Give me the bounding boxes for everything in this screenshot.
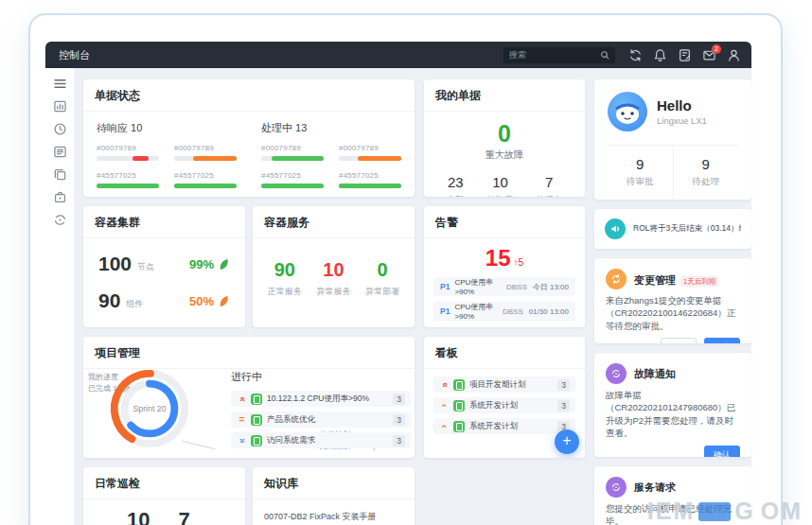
approve-button[interactable]: 同意 (704, 338, 740, 343)
major-fault-label: 重大故障 (424, 149, 585, 162)
add-button[interactable]: + (555, 429, 579, 454)
card-notice[interactable]: ROL将于3天后结束（03.14）结束 (594, 209, 751, 249)
list-title: 进行中 (231, 370, 411, 384)
doc-status-item: #45577025 (97, 171, 159, 188)
copy-icon[interactable] (53, 167, 67, 182)
alert-row[interactable]: P1 CPU使用率>90% DBSS 01/30 13:00 (433, 302, 575, 321)
fault-title: 故障通知 (634, 367, 676, 381)
doc-edit-icon[interactable] (678, 48, 692, 62)
alert-source: DBSS (506, 283, 527, 291)
app-window: 控制台 2 单据状态 待响应 (28, 13, 783, 525)
card-title: 日常巡检 (83, 467, 245, 499)
doc-status-item: #00079789 (339, 144, 401, 161)
alert-row[interactable]: P1 CPU使用率>90% DBSS 今日 13:00 (433, 277, 575, 296)
mail-icon[interactable]: 2 (702, 48, 716, 62)
chart-icon[interactable] (53, 99, 67, 114)
priority-icon (439, 380, 450, 390)
card-title: 容器集群 (83, 206, 245, 238)
confirm-button[interactable]: 确认 (704, 446, 740, 457)
search-box[interactable] (503, 47, 615, 63)
pending-handle-stat[interactable]: 9 待处理 (673, 146, 739, 200)
switch-icon[interactable] (628, 48, 643, 62)
card-title: 知识库 (253, 467, 415, 499)
alert-source: DBSS (503, 307, 523, 316)
task-item[interactable]: 产品系统优化 3 (231, 411, 411, 428)
priority-icon (439, 400, 450, 411)
alarm-icon[interactable] (53, 190, 67, 204)
service-label: 正常服务 (268, 286, 302, 298)
doc-status-group-processing: 处理中 13 #00079789 #00079789 #45577025 #45… (261, 119, 401, 188)
task-doc-icon (251, 414, 262, 426)
service-value: 10 (316, 259, 350, 281)
priority-icon (237, 436, 247, 446)
search-icon[interactable] (600, 50, 609, 60)
inspection-value: 10 (127, 508, 150, 525)
search-input[interactable] (509, 50, 600, 60)
card-title: 项目管理 (83, 337, 415, 369)
task-item[interactable]: 10.122.1.2 CPU使用率>90% 3 (231, 391, 411, 407)
user-icon[interactable] (727, 48, 741, 62)
service-request-title: 服务请求 (634, 481, 676, 495)
in-progress-list: 进行中 10.122.1.2 CPU使用率>90% 3 产品系统优化 3 (231, 370, 411, 453)
card-fault-notice: 故障通知 故障单据（CR202202101247980680）已升级为P2并需要… (594, 353, 751, 457)
doc-status-body: 待响应 10 #00079789 #00079789 #45577025 #45… (83, 112, 415, 188)
inspection-value: 7 (178, 508, 189, 525)
task-text: 产品系统优化 (267, 414, 393, 426)
card-knowledge: 知识库 00707-DB2 FixPack 安装手册 00707-DB2 HAD… (253, 467, 415, 525)
priority-icon (439, 421, 450, 431)
task-doc-icon (453, 421, 465, 432)
alert-level: P1 (440, 306, 450, 316)
announcement-icon (605, 219, 626, 239)
service-stat: 90正常服务 (268, 259, 302, 298)
doc-status-item: #45577025 (261, 171, 324, 188)
group-label: 待响应 10 (97, 121, 237, 135)
doc-status-item: #00079789 (261, 144, 324, 161)
knowledge-item[interactable]: 00707-DB2 FixPack 安装手册 (264, 506, 403, 525)
sync-icon[interactable] (53, 213, 67, 227)
mail-badge: 2 (712, 44, 721, 54)
service-label: 异常服务 (316, 286, 350, 298)
priority-icon (237, 394, 247, 404)
progress-bar (261, 184, 324, 188)
bar-label: #00079789 (261, 144, 324, 152)
service-request-icon (606, 477, 627, 498)
card-kanban: 看板 项目开发期计划 3 系统开发计划 3 (424, 337, 585, 458)
avatar[interactable] (608, 92, 647, 131)
bar-label: #00079789 (339, 144, 401, 152)
task-count: 3 (393, 414, 405, 426)
bell-icon[interactable] (653, 48, 667, 62)
my-docs-stat[interactable]: 7处理中 (537, 174, 562, 197)
clock-icon[interactable] (53, 122, 67, 136)
watermark-text: IEM (647, 498, 695, 525)
my-docs-stat[interactable]: 10待响应 (487, 174, 513, 197)
pending-approval-stat[interactable]: 9 待审批 (608, 146, 673, 200)
task-count: 3 (393, 394, 405, 405)
cluster-label: 节点 (137, 261, 154, 273)
card-alerts: 告警 15 ↑5 P1 CPU使用率>90% DBSS 今日 13:00 P1 … (424, 206, 585, 327)
reject-button[interactable]: 拒绝 (661, 338, 697, 343)
kanban-item[interactable]: 系统开发计划 3 (433, 397, 575, 413)
leaf-icon (217, 293, 231, 307)
fault-icon (606, 363, 627, 384)
menu-icon[interactable] (53, 77, 67, 91)
task-doc-icon (453, 379, 465, 391)
card-title: 看板 (424, 337, 585, 369)
list-icon[interactable] (53, 145, 67, 159)
task-item[interactable]: 访问系统需求 3 (231, 432, 411, 448)
progress-bar (97, 184, 159, 188)
alert-level: P1 (440, 282, 450, 291)
due-tag: 1天后到期 (680, 276, 718, 287)
my-docs-stat[interactable]: 23全部 (447, 174, 464, 197)
greeting-text: Hello Lingxue LX1 (657, 97, 707, 126)
card-change-management: 变更管理1天后到期 来自Zhangs1提交的变更单据（CR20220210014… (594, 258, 751, 343)
progress-bar (97, 156, 159, 161)
watermark-text: OM (761, 498, 803, 525)
task-doc-icon (251, 435, 262, 446)
card-inspection: 日常巡检 10 7 (83, 467, 245, 525)
card-my-docs: 我的单据 0 重大故障 23全部 10待响应 7处理中 (424, 79, 585, 197)
alert-desc: CPU使用率>90% (454, 277, 506, 296)
task-count: 3 (393, 435, 405, 446)
kanban-item[interactable]: 系统开发计划 3 (433, 418, 575, 434)
kanban-item[interactable]: 项目开发期计划 3 (433, 376, 575, 393)
bar-label: #45577025 (174, 171, 237, 180)
